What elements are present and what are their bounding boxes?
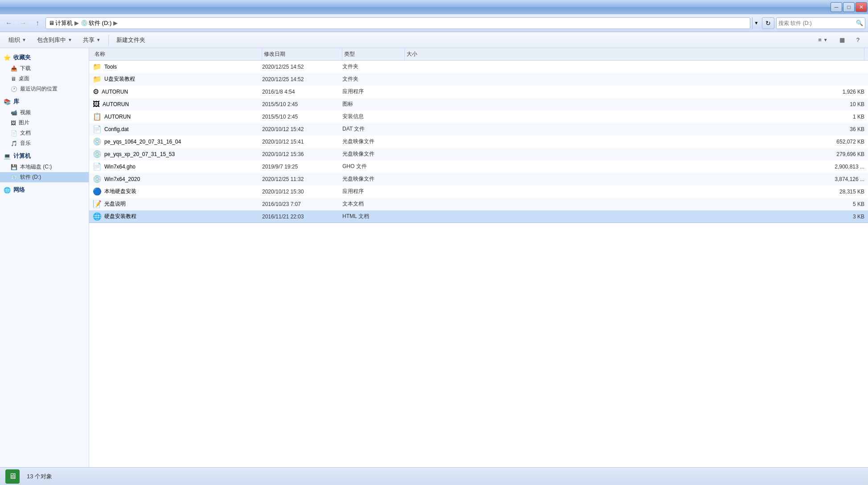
organize-button[interactable]: 组织 ▼	[4, 34, 31, 46]
breadcrumb-sep-1: ▶	[74, 20, 79, 26]
table-row[interactable]: 💿 Win7x64_2020 2020/12/25 11:32 光盘映像文件 3…	[89, 173, 868, 185]
search-bar[interactable]: 🔍	[776, 17, 865, 29]
status-bar: 🖥 13 个对象	[0, 467, 868, 485]
sidebar-header-network[interactable]: 🌐 网络	[0, 184, 89, 196]
recent-icon: 🕐	[11, 86, 17, 92]
video-label: 视频	[20, 109, 31, 116]
sidebar-section-library: 📚 库 📹 视频 🖼 图片 📄 文档 🎵 音乐	[0, 96, 89, 148]
favorites-label: 收藏夹	[13, 53, 31, 62]
file-icon: 🌐	[93, 212, 102, 221]
sidebar-item-d-drive[interactable]: 💿 软件 (D:)	[0, 172, 89, 182]
file-date: 2020/12/25 14:52	[262, 64, 342, 70]
table-row[interactable]: 📁 U盘安装教程 2020/12/25 14:52 文件夹	[89, 73, 868, 86]
close-button[interactable]: ✕	[856, 2, 867, 12]
search-icon[interactable]: 🔍	[856, 20, 863, 26]
music-label: 音乐	[20, 140, 31, 147]
view-button[interactable]: ≡ ▼	[813, 34, 833, 46]
share-label: 共享	[83, 36, 95, 44]
file-size: 1 KB	[405, 114, 864, 120]
title-bar: ─ □ ✕	[0, 0, 868, 14]
computer-icon: 🖥	[49, 20, 54, 26]
column-headers: 名称 修改日期 类型 大小	[89, 48, 868, 61]
table-row[interactable]: 💿 pe_yqs_1064_20_07_31_16_04 2020/10/12 …	[89, 136, 868, 148]
status-icon: 🖥	[5, 469, 20, 484]
file-date: 2020/10/12 15:36	[262, 151, 342, 157]
view-arrow: ▼	[823, 37, 828, 42]
sidebar-item-c-drive[interactable]: 💾 本地磁盘 (C:)	[0, 162, 89, 172]
sidebar-section-computer: 💻 计算机 💾 本地磁盘 (C:) 💿 软件 (D:)	[0, 150, 89, 182]
breadcrumb-drive[interactable]: 💿 软件 (D:)	[81, 19, 111, 27]
archive-arrow: ▼	[68, 37, 72, 42]
forward-button[interactable]: →	[17, 17, 29, 29]
address-dropdown[interactable]: ▼	[752, 17, 760, 29]
sidebar-section-network: 🌐 网络	[0, 184, 89, 196]
table-row[interactable]: 📝 光盘说明 2016/10/23 7:07 文本文档 5 KB	[89, 198, 868, 210]
table-row[interactable]: 🖼 AUTORUN 2015/5/10 2:45 图标 10 KB	[89, 98, 868, 111]
col-header-type[interactable]: 类型	[342, 48, 405, 60]
file-date: 2020/10/12 15:42	[262, 126, 342, 132]
file-date: 2016/11/21 22:03	[262, 214, 342, 220]
minimize-button[interactable]: ─	[831, 2, 842, 12]
sidebar-item-desktop[interactable]: 🖥 桌面	[0, 74, 89, 84]
desktop-label: 桌面	[19, 75, 29, 82]
file-date: 2019/9/7 19:25	[262, 164, 342, 170]
sidebar-item-downloads[interactable]: 📥 下载	[0, 63, 89, 74]
sidebar-item-video[interactable]: 📹 视频	[0, 107, 89, 118]
table-row[interactable]: ⚙ AUTORUN 2016/1/8 4:54 应用程序 1,926 KB	[89, 86, 868, 98]
file-date: 2016/10/23 7:07	[262, 201, 342, 207]
pictures-icon: 🖼	[11, 120, 16, 126]
refresh-button[interactable]: ↻	[762, 17, 774, 29]
table-row[interactable]: 🔵 本地硬盘安装 2020/10/12 15:30 应用程序 28,315 KB	[89, 185, 868, 198]
file-size: 28,315 KB	[405, 189, 864, 195]
table-row[interactable]: 📋 AUTORUN 2015/5/10 2:45 安装信息 1 KB	[89, 111, 868, 123]
sidebar-section-favorites: ⭐ 收藏夹 📥 下载 🖥 桌面 🕐 最近访问的位置	[0, 52, 89, 94]
file-icon: ⚙	[93, 87, 99, 96]
documents-label: 文档	[20, 129, 31, 137]
c-drive-icon: 💾	[11, 164, 17, 170]
recent-label: 最近访问的位置	[20, 85, 58, 93]
downloads-label: 下载	[20, 65, 31, 72]
file-icon: 📄	[93, 125, 102, 133]
file-name: Win7x64_2020	[104, 176, 140, 182]
sidebar-item-pictures[interactable]: 🖼 图片	[0, 118, 89, 128]
help-button[interactable]: ?	[852, 34, 864, 46]
address-bar[interactable]: 🖥 计算机 ▶ 💿 软件 (D:) ▶	[45, 17, 750, 29]
col-header-size[interactable]: 大小	[405, 48, 864, 60]
share-arrow: ▼	[96, 37, 101, 42]
table-row[interactable]: 📁 Tools 2020/12/25 14:52 文件夹	[89, 61, 868, 73]
search-input[interactable]	[778, 20, 854, 26]
sidebar-header-favorites[interactable]: ⭐ 收藏夹	[0, 52, 89, 63]
music-icon: 🎵	[11, 140, 17, 147]
table-row[interactable]: 📄 Win7x64.gho 2019/9/7 19:25 GHO 文件 2,90…	[89, 160, 868, 173]
archive-button[interactable]: 包含到库中 ▼	[32, 34, 77, 46]
share-button[interactable]: 共享 ▼	[78, 34, 106, 46]
sidebar-item-documents[interactable]: 📄 文档	[0, 128, 89, 138]
file-name: AUTORUN	[103, 101, 129, 107]
file-icon: 💿	[93, 175, 102, 183]
table-row[interactable]: 💿 pe_yqs_xp_20_07_31_15_53 2020/10/12 15…	[89, 148, 868, 160]
sidebar-item-music[interactable]: 🎵 音乐	[0, 138, 89, 148]
file-type: HTML 文档	[342, 213, 405, 220]
table-row[interactable]: 🌐 硬盘安装教程 2016/11/21 22:03 HTML 文档 3 KB	[89, 210, 868, 223]
file-size: 279,696 KB	[405, 151, 864, 157]
col-header-date[interactable]: 修改日期	[262, 48, 342, 60]
up-button[interactable]: ↑	[31, 17, 44, 29]
file-type: 文本文档	[342, 200, 405, 208]
sidebar-item-recent[interactable]: 🕐 最近访问的位置	[0, 84, 89, 94]
col-header-name[interactable]: 名称	[93, 48, 262, 60]
sidebar: ⭐ 收藏夹 📥 下载 🖥 桌面 🕐 最近访问的位置 📚 库	[0, 48, 89, 467]
file-name: Win7x64.gho	[104, 164, 136, 170]
toolbar: 组织 ▼ 包含到库中 ▼ 共享 ▼ 新建文件夹 ≡ ▼ ▦ ?	[0, 32, 868, 48]
sidebar-header-library[interactable]: 📚 库	[0, 96, 89, 107]
table-row[interactable]: 📄 Config.dat 2020/10/12 15:42 DAT 文件 36 …	[89, 123, 868, 136]
sidebar-header-computer[interactable]: 💻 计算机	[0, 150, 89, 162]
back-button[interactable]: ←	[3, 17, 15, 29]
maximize-button[interactable]: □	[843, 2, 855, 12]
preview-button[interactable]: ▦	[835, 34, 850, 46]
file-icon: 📁	[93, 62, 102, 71]
file-name: 本地硬盘安装	[104, 188, 136, 195]
new-folder-button[interactable]: 新建文件夹	[111, 34, 150, 46]
breadcrumb-computer[interactable]: 🖥 计算机	[49, 19, 73, 27]
file-type: 文件夹	[342, 63, 405, 70]
library-icon: 📚	[4, 99, 11, 105]
